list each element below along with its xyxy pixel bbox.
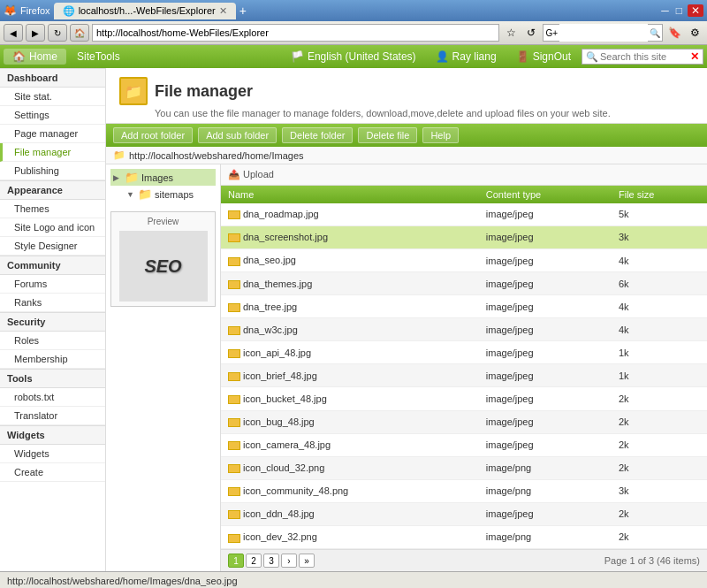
upload-area[interactable]: 📤 Upload [221, 164, 707, 186]
table-row[interactable]: dna_seo.jpgimage/jpeg4k [221, 248, 707, 271]
toolbar-menu-icon[interactable]: ⚙ [686, 24, 703, 42]
preview-image: SEO [119, 231, 208, 302]
sidebar-item-settings[interactable]: Settings [0, 106, 105, 125]
tree-folder-icon: 📁 [125, 171, 139, 184]
file-size-cell: 2k [612, 410, 707, 433]
table-row[interactable]: icon_bucket_48.jpgimage/jpeg2k [221, 387, 707, 410]
table-row[interactable]: icon_community_48.pngimage/png3k [221, 479, 707, 502]
file-name-cell: dna_roadmap.jpg [221, 203, 479, 225]
table-row[interactable]: icon_api_48.jpgimage/jpeg1k [221, 341, 707, 364]
fm-header: 📁 File manager You can use the file mana… [106, 68, 707, 124]
preview-label: Preview [116, 217, 210, 226]
page-last-button[interactable]: » [299, 554, 315, 568]
page-1-button[interactable]: 1 [228, 554, 244, 568]
search-input[interactable] [559, 24, 648, 42]
table-row[interactable]: dna_w3c.jpgimage/jpeg4k [221, 318, 707, 341]
tree-item-label: Images [141, 172, 173, 183]
nav-language[interactable]: 🏳️ English (United States) [282, 49, 425, 65]
file-size-cell: 4k [612, 295, 707, 318]
page-info: Page 1 of 3 (46 items) [604, 555, 700, 566]
nav-signout[interactable]: 🚪 SignOut [507, 49, 580, 65]
help-button[interactable]: Help [422, 127, 459, 143]
toolbar-extra-icon[interactable]: 🔖 [665, 24, 683, 42]
tree-arrow-icon: ▶ [113, 173, 122, 182]
file-name-cell: dna_themes.jpg [221, 272, 479, 295]
table-row[interactable]: dna_roadmap.jpgimage/jpeg5k [221, 203, 707, 225]
fm-filelist: 📤 Upload Name Content type File size dna… [221, 164, 707, 571]
site-search-bar: 🔍 ✕ [582, 49, 703, 65]
url-bar[interactable] [92, 24, 499, 42]
file-name-cell: dna_screenshot.jpg [221, 225, 479, 248]
preview-content: SEO [144, 256, 181, 277]
file-type-cell: image/jpeg [479, 364, 612, 387]
file-size-cell: 2k [612, 433, 707, 456]
sidebar-item-file-manager[interactable]: File manager [0, 143, 105, 162]
tree-item-images[interactable]: ▶ 📁 Images [110, 169, 216, 186]
add-sub-folder-button[interactable]: Add sub folder [198, 127, 277, 143]
close-icon[interactable]: ✕ [688, 4, 703, 17]
browser-tab[interactable]: 🌐 localhost/h...-WebFiles/Explorer ✕ [54, 3, 236, 19]
sidebar-item-publishing[interactable]: Publishing [0, 162, 105, 180]
sidebar-item-page-manager[interactable]: Page manager [0, 125, 105, 143]
file-name-cell: icon_cloud_32.png [221, 456, 479, 479]
fm-toolbar: Add root folder Add sub folder Delete fo… [106, 124, 707, 147]
file-size-cell: 2k [612, 525, 707, 548]
search-icon[interactable]: 🔍 [650, 28, 660, 38]
delete-folder-button[interactable]: Delete folder [282, 127, 353, 143]
home-nav-label: Home [29, 50, 57, 63]
nav-home[interactable]: 🏠 Home [4, 49, 66, 65]
sidebar-section-tools: Tools [0, 369, 105, 388]
reload-button[interactable]: ↻ [48, 24, 67, 42]
table-row[interactable]: icon_dev_32.pngimage/png2k [221, 525, 707, 548]
sidebar-item-site-stat[interactable]: Site stat. [0, 88, 105, 106]
page-next-button[interactable]: › [281, 554, 297, 568]
file-size-cell: 4k [612, 248, 707, 271]
table-row[interactable]: icon_camera_48.jpgimage/jpeg2k [221, 433, 707, 456]
tab-close-icon[interactable]: ✕ [219, 5, 227, 17]
sidebar-item-forums[interactable]: Forums [0, 275, 105, 294]
back-button[interactable]: ◀ [4, 24, 23, 42]
table-row[interactable]: icon_brief_48.jpgimage/jpeg1k [221, 364, 707, 387]
sidebar-item-ranks[interactable]: Ranks [0, 294, 105, 312]
sidebar-item-widgets[interactable]: Widgets [0, 445, 105, 463]
bookmark-star-icon[interactable]: ☆ [502, 24, 520, 42]
minimize-icon[interactable]: ─ [661, 4, 669, 17]
delete-file-button[interactable]: Delete file [358, 127, 417, 143]
new-tab-button[interactable]: + [239, 4, 247, 18]
sidebar-item-themes[interactable]: Themes [0, 200, 105, 218]
sidebar-item-create[interactable]: Create [0, 463, 105, 482]
page-3-button[interactable]: 3 [263, 554, 279, 568]
nav-user[interactable]: 👤 Ray liang [427, 49, 506, 65]
home-button[interactable]: 🏠 [70, 24, 89, 42]
sidebar-item-translator[interactable]: Translator [0, 407, 105, 425]
table-row[interactable]: dna_themes.jpgimage/jpeg6k [221, 272, 707, 295]
nav-sitetools[interactable]: SiteTools [68, 49, 129, 65]
file-name-cell: icon_bug_48.jpg [221, 410, 479, 433]
file-type-cell: image/jpeg [479, 318, 612, 341]
file-name-cell: dna_seo.jpg [221, 248, 479, 271]
sidebar-item-roles[interactable]: Roles [0, 332, 105, 350]
maximize-icon[interactable]: □ [676, 4, 682, 17]
tree-item-sitemaps-label: sitemaps [155, 189, 194, 200]
tree-item-sitemaps[interactable]: ▼ 📁 sitemaps [110, 186, 216, 202]
file-name-cell: icon_bucket_48.jpg [221, 387, 479, 410]
search-site-clear-icon[interactable]: ✕ [690, 50, 699, 63]
add-root-folder-button[interactable]: Add root folder [113, 127, 193, 143]
file-name-cell: icon_brief_48.jpg [221, 364, 479, 387]
table-row[interactable]: dna_screenshot.jpgimage/jpeg3k [221, 225, 707, 248]
sidebar-item-site-logo[interactable]: Site Logo and icon [0, 218, 105, 237]
sidebar-item-style-designer[interactable]: Style Designer [0, 237, 105, 256]
search-site-input[interactable] [600, 51, 688, 62]
table-row[interactable]: dna_tree.jpgimage/jpeg4k [221, 295, 707, 318]
fm-path: http://localhost/webshared/home/Images [129, 150, 304, 161]
table-row[interactable]: icon_ddn_48.jpgimage/jpeg2k [221, 502, 707, 525]
file-size-cell: 2k [612, 456, 707, 479]
upload-icon: 📤 [228, 169, 240, 179]
sidebar-item-robots[interactable]: robots.txt [0, 388, 105, 407]
table-row[interactable]: icon_bug_48.jpgimage/jpeg2k [221, 410, 707, 433]
refresh-icon[interactable]: ↺ [522, 24, 540, 42]
forward-button[interactable]: ▶ [26, 24, 45, 42]
page-2-button[interactable]: 2 [246, 554, 262, 568]
sidebar-item-membership[interactable]: Membership [0, 350, 105, 369]
table-row[interactable]: icon_cloud_32.pngimage/png2k [221, 456, 707, 479]
